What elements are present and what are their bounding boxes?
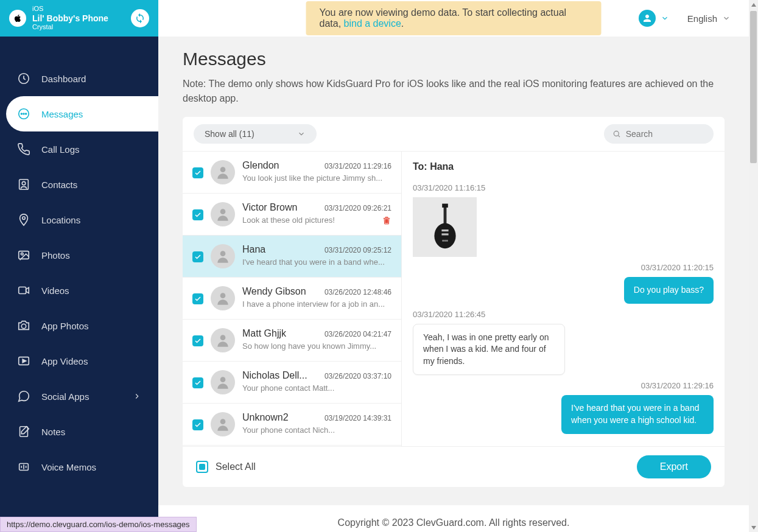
conversation-list[interactable]: Glendon03/31/2020 11:29:16You look just … [183, 152, 402, 446]
avatar-icon [211, 160, 235, 184]
checkbox-icon[interactable] [192, 251, 203, 262]
checkbox-icon[interactable] [192, 293, 203, 304]
svg-point-27 [220, 335, 226, 340]
message-image[interactable] [413, 197, 477, 257]
sidebar-item-videos[interactable]: Videos [0, 273, 158, 308]
messages-panel: Show all (11) Glendon03/31/2020 11:29:16… [183, 117, 725, 487]
svg-point-36 [442, 240, 444, 242]
scroll-up-icon[interactable] [749, 0, 758, 9]
svg-point-2 [21, 113, 22, 114]
chat-icon [17, 390, 30, 403]
chat-view: To: Hana03/31/2020 11:16:1503/31/2020 11… [402, 152, 725, 446]
svg-rect-24 [385, 219, 388, 223]
conversation-item[interactable]: Hana03/31/2020 09:25:12I've heard that y… [183, 236, 401, 278]
dashboard-icon [17, 72, 30, 85]
sidebar-item-app-photos[interactable]: App Photos [0, 308, 158, 343]
search-box[interactable] [604, 124, 714, 144]
device-name: Lil' Bobby's Phone [32, 13, 125, 24]
scrollbar[interactable] [749, 0, 758, 532]
export-button[interactable]: Export [637, 455, 711, 478]
message-block: 03/31/2020 11:29:16I've heard that you w… [413, 381, 714, 433]
conversation-name: Unknown2 [242, 412, 289, 423]
conversation-item[interactable]: Victor Brown03/31/2020 09:26:21Look at t… [183, 194, 401, 236]
checkbox-icon[interactable] [192, 419, 203, 430]
svg-point-20 [614, 131, 619, 136]
sync-button[interactable] [131, 9, 149, 27]
filter-label: Show all (11) [205, 129, 254, 139]
search-input[interactable] [626, 129, 705, 139]
message-block: 03/31/2020 11:20:15Do you play bass? [413, 263, 714, 304]
checkbox-icon[interactable] [192, 209, 203, 220]
conversation-item[interactable]: Matt Ghjjk03/26/2020 04:21:47So how long… [183, 320, 401, 362]
status-bar-url: https://demo.clevguard.com/ios-demo/ios-… [0, 517, 197, 532]
sidebar-item-app-videos[interactable]: App Videos [0, 343, 158, 379]
svg-point-3 [23, 113, 24, 114]
checkbox-icon[interactable] [192, 335, 203, 346]
sidebar-item-label: Locations [41, 215, 80, 225]
message-time: 03/31/2020 11:26:45 [413, 310, 714, 319]
page-title: Messages [183, 49, 725, 69]
svg-marker-14 [23, 359, 26, 363]
conversation-time: 03/31/2020 11:29:16 [325, 162, 391, 170]
conversation-item[interactable]: Unknown203/19/2020 14:39:31Your phone co… [183, 404, 401, 446]
sidebar-item-label: Call Logs [41, 144, 80, 155]
svg-line-21 [619, 136, 620, 137]
conversation-name: Nicholas Dell... [242, 370, 307, 381]
conversation-name: Glendon [242, 160, 279, 171]
conversation-item[interactable]: Glendon03/31/2020 11:29:16You look just … [183, 152, 401, 194]
svg-marker-40 [751, 526, 756, 530]
sidebar-item-label: Voice Memos [41, 462, 96, 472]
svg-point-6 [22, 181, 26, 185]
svg-point-29 [220, 419, 226, 424]
videos-icon [17, 284, 30, 297]
svg-marker-39 [751, 3, 756, 7]
checkbox-icon[interactable] [192, 377, 203, 388]
select-all-toggle[interactable]: Select All [196, 461, 256, 473]
sidebar-item-photos[interactable]: Photos [0, 237, 158, 273]
conversation-item[interactable]: Wendy Gibson03/26/2020 12:48:46I have a … [183, 278, 401, 320]
bind-device-link[interactable]: bind a device [344, 18, 401, 29]
conversation-time: 03/31/2020 09:26:21 [325, 204, 391, 212]
conversation-item[interactable]: Nicholas Dell...03/26/2020 03:37:10Your … [183, 362, 401, 404]
svg-rect-34 [441, 229, 448, 231]
trash-icon[interactable] [382, 215, 391, 228]
conversation-name: Wendy Gibson [242, 286, 306, 297]
sidebar: iOS Lil' Bobby's Phone Crystal Dashboard… [0, 0, 158, 532]
sidebar-item-label: App Videos [41, 356, 88, 366]
sidebar-item-social-apps[interactable]: Social Apps [0, 379, 158, 414]
svg-point-7 [23, 217, 26, 220]
messages-icon [17, 107, 30, 121]
sidebar-item-notes[interactable]: Notes [0, 414, 158, 449]
contacts-icon [17, 178, 30, 191]
user-menu[interactable] [639, 10, 669, 27]
svg-point-4 [26, 113, 27, 114]
content: Messages Note: The demo only shows how K… [158, 37, 749, 505]
conversation-time: 03/26/2020 12:48:46 [325, 288, 391, 296]
sidebar-item-call-logs[interactable]: Call Logs [0, 131, 158, 167]
conversation-time: 03/31/2020 09:25:12 [325, 246, 391, 254]
chat-to-label: To: Hana [413, 161, 714, 172]
scrollbar-thumb[interactable] [750, 11, 757, 163]
topbar: You are now viewing demo data. To start … [158, 0, 749, 37]
language-selector[interactable]: English [687, 13, 731, 24]
language-label: English [687, 13, 717, 24]
scroll-down-icon[interactable] [749, 523, 758, 532]
camera-icon [17, 319, 30, 332]
message-bubble: Yeah, I was in one pretty early on when … [413, 324, 565, 376]
sidebar-item-label: Videos [41, 285, 69, 296]
sidebar-item-messages[interactable]: Messages [6, 96, 158, 131]
notes-icon [17, 425, 30, 438]
sidebar-item-dashboard[interactable]: Dashboard [0, 61, 158, 96]
checkbox-icon[interactable] [192, 167, 203, 178]
demo-banner: You are now viewing demo data. To start … [306, 1, 602, 35]
sidebar-item-contacts[interactable]: Contacts [0, 167, 158, 202]
select-all-label: Select All [216, 461, 256, 472]
conversation-name: Matt Ghjjk [242, 328, 286, 339]
device-header: iOS Lil' Bobby's Phone Crystal [0, 0, 158, 37]
message-time: 03/31/2020 11:29:16 [641, 381, 714, 390]
sidebar-item-voice-memos[interactable]: Voice Memos [0, 449, 158, 485]
photos-icon [17, 248, 30, 262]
sidebar-item-locations[interactable]: Locations [0, 202, 158, 237]
avatar-icon [211, 328, 235, 352]
filter-dropdown[interactable]: Show all (11) [194, 124, 317, 144]
